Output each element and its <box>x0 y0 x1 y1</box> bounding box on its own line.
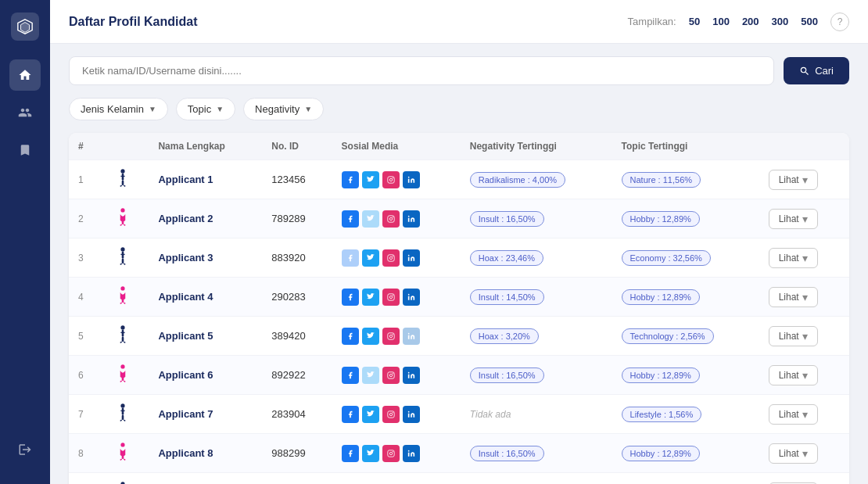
sidebar-item-users[interactable] <box>9 97 41 128</box>
col-action <box>759 133 849 160</box>
instagram-icon <box>382 249 400 267</box>
row-action[interactable]: Lihat ▾ <box>759 356 849 395</box>
row-topic: Nature : 11,56% <box>612 160 759 199</box>
row-action[interactable]: Lihat ▾ <box>759 199 849 238</box>
negativity-badge: Insult : 16,50% <box>470 211 544 227</box>
row-negativity: Hoax : 3,20% <box>461 317 612 356</box>
display-50[interactable]: 50 <box>689 16 700 27</box>
filter-gender[interactable]: Jenis Kelamin ▼ <box>69 98 168 120</box>
svg-point-53 <box>389 374 392 376</box>
svg-point-12 <box>121 208 125 212</box>
row-negativity: Tidak ada <box>461 395 612 434</box>
lihat-button[interactable]: Lihat ▾ <box>769 404 818 425</box>
filter-row: Jenis Kelamin ▼ Topic ▼ Negativity ▼ <box>69 98 849 120</box>
twitter-icon <box>362 328 379 345</box>
sidebar-item-home[interactable] <box>9 59 41 91</box>
row-negativity: Hoax : 23,46% <box>461 238 612 278</box>
row-social <box>332 473 461 485</box>
row-social <box>332 434 461 473</box>
svg-point-30 <box>121 286 125 290</box>
col-gender <box>107 133 149 160</box>
svg-point-10 <box>392 177 393 178</box>
row-action[interactable]: Lihat ▾ <box>759 278 849 317</box>
lihat-button[interactable]: Lihat ▾ <box>769 365 818 385</box>
table-row: 8 Applicant 8988299Insult : 16,50%Hobby … <box>69 434 849 473</box>
row-action[interactable]: Lihat ▾ <box>759 434 849 473</box>
search-input[interactable] <box>69 56 774 85</box>
help-icon[interactable]: ? <box>830 13 849 31</box>
row-topic: Hobby : 12,89% <box>612 199 759 238</box>
lihat-button[interactable]: Lihat ▾ <box>769 287 818 307</box>
row-social <box>332 317 461 356</box>
sidebar-logo[interactable] <box>11 13 39 41</box>
row-name: Applicant 4 <box>149 278 262 317</box>
linkedin-icon <box>403 249 420 267</box>
lihat-label: Lihat <box>779 292 799 303</box>
row-name: Applicant 9 <box>149 473 262 485</box>
negativity-badge: Insult : 16,50% <box>470 446 544 461</box>
svg-line-24 <box>120 264 122 264</box>
topic-badge: Hobby : 12,89% <box>622 367 700 383</box>
svg-rect-31 <box>122 299 124 303</box>
row-action[interactable]: Lihat ▾ <box>759 160 849 199</box>
instagram-icon <box>382 328 400 345</box>
lihat-label: Lihat <box>779 253 799 264</box>
display-100[interactable]: 100 <box>712 16 730 27</box>
row-number: 2 <box>69 199 107 238</box>
svg-point-72 <box>392 451 393 452</box>
more-icon: ▾ <box>802 408 808 421</box>
row-negativity: Insult : 16,50% <box>461 199 612 238</box>
col-negativity: Negativity Tertinggi <box>461 133 612 160</box>
lihat-button[interactable]: Lihat ▾ <box>769 443 818 464</box>
more-icon: ▾ <box>802 447 808 460</box>
filter-topic[interactable]: Topic ▼ <box>176 98 235 120</box>
svg-line-14 <box>120 224 122 225</box>
search-button[interactable]: Cari <box>784 57 849 84</box>
row-id: 290283 <box>262 278 332 317</box>
row-topic: Economy : 32,56% <box>612 238 759 278</box>
linkedin-icon <box>403 406 420 423</box>
row-number: 6 <box>69 356 107 395</box>
row-action[interactable]: Lihat ▾ <box>759 473 849 485</box>
lihat-button[interactable]: Lihat ▾ <box>769 326 818 346</box>
filter-negativity[interactable]: Negativity ▼ <box>243 98 324 120</box>
display-300[interactable]: 300 <box>772 16 789 27</box>
row-number: 4 <box>69 278 107 317</box>
lihat-button[interactable]: Lihat ▾ <box>769 170 818 190</box>
search-input-wrap <box>69 56 774 85</box>
svg-line-50 <box>120 381 122 382</box>
svg-point-37 <box>407 293 409 295</box>
instagram-icon <box>382 289 400 306</box>
display-200[interactable]: 200 <box>742 16 759 27</box>
row-name: Applicant 2 <box>149 199 262 238</box>
row-action[interactable]: Lihat ▾ <box>759 238 849 278</box>
search-row: Cari <box>69 56 849 85</box>
row-action[interactable]: Lihat ▾ <box>759 395 849 434</box>
row-negativity: Insult : 14,50% <box>461 278 612 317</box>
col-num: # <box>69 133 107 160</box>
topic-badge: Lifestyle : 1,56% <box>622 407 702 422</box>
row-topic: Tidak ada <box>612 473 759 485</box>
row-action[interactable]: Lihat ▾ <box>759 317 849 356</box>
sidebar-item-bookmark[interactable] <box>9 134 41 166</box>
row-id: 283904 <box>262 395 332 434</box>
svg-rect-34 <box>387 293 393 299</box>
lihat-button[interactable]: Lihat ▾ <box>769 248 818 268</box>
row-negativity: Radikalisme : 6,30% <box>461 473 612 485</box>
lihat-button[interactable]: Lihat ▾ <box>769 209 818 229</box>
display-500[interactable]: 500 <box>801 16 818 27</box>
facebook-icon <box>342 210 359 228</box>
svg-rect-59 <box>122 415 124 421</box>
row-topic: Technology : 2,56% <box>612 317 759 356</box>
svg-rect-8 <box>387 176 393 182</box>
row-negativity: Insult : 16,50% <box>461 434 612 473</box>
sidebar-logout[interactable] <box>9 434 41 465</box>
row-gender <box>107 434 149 473</box>
svg-point-18 <box>392 217 393 217</box>
more-icon: ▾ <box>802 213 808 225</box>
row-negativity: Insult : 16,50% <box>461 356 612 395</box>
row-gender <box>107 160 149 199</box>
row-topic: Lifestyle : 1,56% <box>612 395 759 434</box>
linkedin-icon <box>403 289 420 306</box>
chevron-down-icon: ▼ <box>304 105 312 113</box>
